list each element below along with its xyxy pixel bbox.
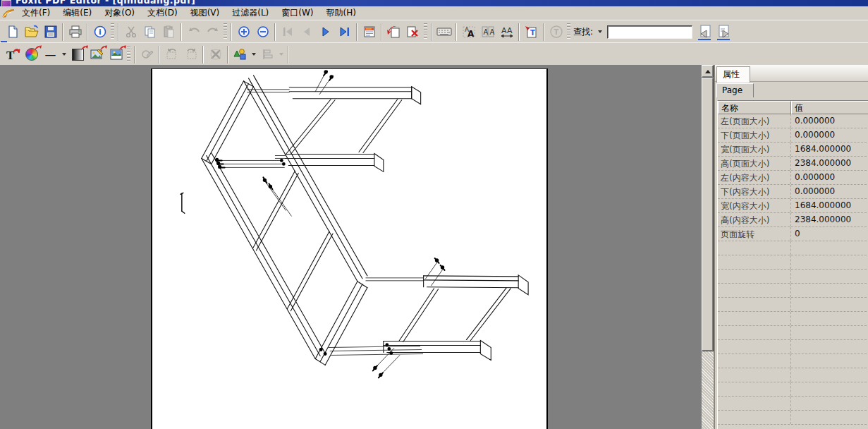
text-circle-button[interactable]: T xyxy=(546,23,566,41)
previous-page-button[interactable] xyxy=(297,23,316,41)
edit-image-button[interactable] xyxy=(87,45,106,64)
rotate-right-button[interactable] xyxy=(181,45,200,64)
property-row[interactable]: 左(页面大小)0.000000 xyxy=(718,114,868,128)
svg-text:i: i xyxy=(99,28,102,37)
workspace: 属性 Page 名称 值 左(页面大小)0.000000 下(页面大小)0.00… xyxy=(0,65,868,429)
redo-button[interactable] xyxy=(203,23,222,41)
menu-help[interactable]: 帮助(H) xyxy=(320,6,362,20)
scroll-up-button[interactable] xyxy=(702,65,714,78)
property-row[interactable]: 宽(内容大小)1684.000000 xyxy=(718,199,868,213)
page-layout-button[interactable] xyxy=(360,23,379,41)
menu-object[interactable]: 对象(O) xyxy=(98,6,141,20)
column-value-header[interactable]: 值 xyxy=(791,101,868,114)
find-next-button[interactable] xyxy=(714,23,733,41)
first-page-button[interactable] xyxy=(278,23,297,41)
new-document-button[interactable] xyxy=(3,23,22,41)
undo-icon xyxy=(187,26,201,37)
svg-text:A: A xyxy=(489,28,494,36)
insert-page-icon xyxy=(387,25,401,38)
rotate-right-icon xyxy=(184,48,198,61)
copy-button[interactable] xyxy=(140,23,159,41)
align-tools-button[interactable] xyxy=(258,45,277,64)
edit-color-button[interactable] xyxy=(22,45,41,64)
open-folder-icon xyxy=(25,25,39,38)
svg-text:A: A xyxy=(501,26,507,35)
open-button[interactable] xyxy=(22,23,41,41)
insert-page-button[interactable] xyxy=(384,23,403,41)
char-spacing-button[interactable]: A A xyxy=(497,23,516,41)
find-previous-button[interactable] xyxy=(695,23,714,41)
property-row[interactable]: 页面旋转0 xyxy=(718,227,868,241)
line-tool-dropdown[interactable] xyxy=(60,46,68,63)
find-next-icon xyxy=(717,25,731,39)
menu-view[interactable]: 视图(V) xyxy=(184,6,226,20)
tab-page[interactable]: Page xyxy=(716,83,754,97)
document-menu-icon xyxy=(1,8,16,19)
rotate-left-button[interactable] xyxy=(162,45,181,64)
red-arrow-icon xyxy=(119,44,126,51)
new-document-icon xyxy=(6,25,19,38)
shapes-3d-icon xyxy=(233,48,247,61)
next-page-button[interactable] xyxy=(316,23,335,41)
properties-grid: 名称 值 左(页面大小)0.000000 下(页面大小)0.000000 宽(页… xyxy=(717,100,868,429)
graphics-tools-dropdown[interactable] xyxy=(250,46,258,63)
menu-window[interactable]: 窗口(W) xyxy=(275,6,319,20)
add-text-icon: T xyxy=(5,47,20,61)
align-icon xyxy=(262,49,274,60)
scrollbar-thumb[interactable] xyxy=(702,78,714,351)
menu-edit[interactable]: 编辑(E) xyxy=(56,6,98,20)
zoom-out-button[interactable] xyxy=(253,23,272,41)
property-row[interactable]: 高(页面大小)2384.000000 xyxy=(718,157,868,171)
last-page-button[interactable] xyxy=(335,23,354,41)
document-info-button[interactable]: i xyxy=(90,23,109,41)
paste-button[interactable] xyxy=(159,23,178,41)
undo-button[interactable] xyxy=(184,23,203,41)
cut-button[interactable] xyxy=(121,23,140,41)
svg-text:A: A xyxy=(483,28,488,36)
scrollbar-track[interactable] xyxy=(702,351,714,429)
document-canvas[interactable] xyxy=(0,65,702,429)
menu-document[interactable]: 文档(D) xyxy=(141,6,184,20)
find-options-dropdown[interactable] xyxy=(596,23,604,40)
empty-row xyxy=(718,270,868,284)
print-button[interactable] xyxy=(66,23,85,41)
text-import-button[interactable]: T xyxy=(522,23,541,41)
line-tool-button[interactable]: — xyxy=(41,45,60,64)
font-style-button[interactable]: A A xyxy=(459,23,478,41)
replace-image-button[interactable] xyxy=(106,45,126,64)
menu-file[interactable]: 文件(F) xyxy=(16,6,56,20)
save-button[interactable] xyxy=(41,23,60,41)
page-layout-icon xyxy=(363,25,376,38)
property-row[interactable]: 高(内容大小)2384.000000 xyxy=(718,213,868,227)
menu-filter[interactable]: 过滤器(L) xyxy=(226,6,275,20)
find-input[interactable] xyxy=(607,25,692,39)
align-tools-dropdown[interactable] xyxy=(277,46,286,63)
property-row[interactable]: 左(内容大小)0.000000 xyxy=(718,171,868,185)
window-title: Foxit PDF Editor - [qinludang.pdf] xyxy=(16,0,195,6)
delete-object-button[interactable] xyxy=(206,45,225,64)
empty-row xyxy=(718,255,868,270)
svg-text:T: T xyxy=(554,28,558,36)
property-row[interactable]: 宽(页面大小)1684.000000 xyxy=(718,143,868,157)
char-spacing-icon: A A xyxy=(500,25,514,38)
property-row[interactable]: 下(内容大小)0.000000 xyxy=(718,185,868,199)
empty-row xyxy=(718,284,868,298)
zoom-in-button[interactable] xyxy=(234,23,253,41)
shading-tool-button[interactable] xyxy=(68,45,87,64)
copy-icon xyxy=(144,25,157,38)
delete-page-button[interactable] xyxy=(403,23,422,41)
keyboard-button[interactable] xyxy=(434,23,453,41)
empty-row xyxy=(718,298,868,312)
line-icon: — xyxy=(45,48,56,61)
font-compare-button[interactable]: A A xyxy=(478,23,497,41)
add-text-button[interactable]: T xyxy=(3,45,22,64)
graphics-tools-button[interactable] xyxy=(231,45,250,64)
edit-object-button[interactable] xyxy=(137,45,157,64)
panel-title[interactable]: 属性 xyxy=(716,66,750,83)
column-name-header[interactable]: 名称 xyxy=(718,101,791,114)
vertical-scrollbar[interactable] xyxy=(702,65,714,429)
pdf-page[interactable] xyxy=(151,68,548,429)
empty-row xyxy=(718,340,868,354)
property-row[interactable]: 下(页面大小)0.000000 xyxy=(718,128,868,143)
save-icon xyxy=(44,25,57,38)
